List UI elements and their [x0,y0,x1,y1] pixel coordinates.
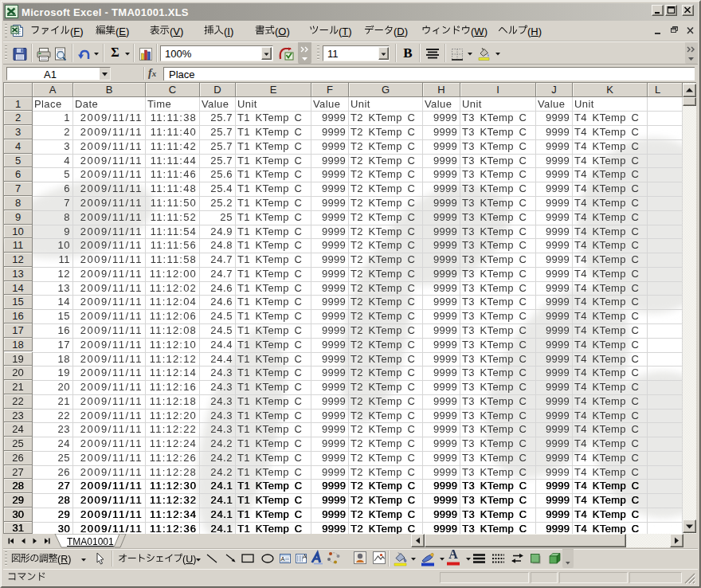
svg-text:A: A [281,555,285,563]
svg-text:A: A [303,553,307,560]
